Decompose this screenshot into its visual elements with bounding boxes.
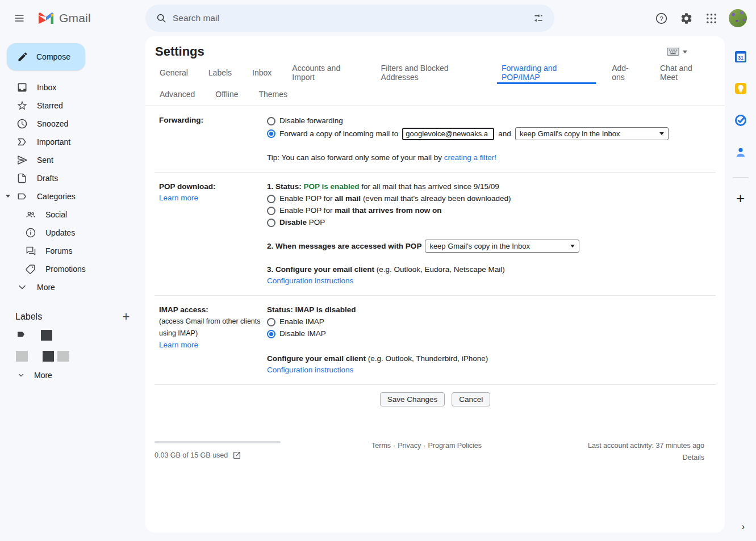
create-label-icon[interactable]: + [119,310,133,324]
sidebar-item-categories[interactable]: Categories [0,187,145,206]
disable-forwarding-option[interactable]: Disable forwarding [267,115,716,127]
footer-links: Terms·Privacy·Program Policies [296,441,557,462]
get-add-ons-icon[interactable]: + [729,187,752,209]
forward-copy-option[interactable]: Forward a copy of incoming mail to and k… [267,127,716,140]
forward-action-dropdown[interactable]: keep Gmail's copy in the Inbox [515,127,669,140]
tab-themes[interactable]: Themes [254,84,293,106]
compose-label: Compose [36,52,70,61]
pop-step3-suffix: (e.g. Outlook, Eudora, Netscape Mail) [377,265,505,274]
tab-general[interactable]: General [155,62,193,84]
pop-action-value: keep Gmail's copy in the Inbox [429,241,530,252]
separator: · [393,442,395,450]
help-icon[interactable]: ? [651,9,671,28]
header-left: Gmail [0,7,145,30]
tab-chat-and-meet[interactable]: Chat and Meet [655,62,713,84]
tab-offline[interactable]: Offline [211,84,243,106]
pop-all-mail-option[interactable]: Enable POP for all mail (even mail that'… [267,193,716,204]
cancel-button[interactable]: Cancel [452,392,490,406]
storage-progress-bar [154,441,281,443]
disable-imap-option[interactable]: Disable IMAP [267,328,716,339]
privacy-link[interactable]: Privacy [398,442,421,450]
label-item[interactable] [0,325,145,346]
important-icon [16,136,28,148]
radio-checked-icon[interactable] [267,330,275,338]
sidebar-item-important[interactable]: Important [0,133,145,151]
keyboard-icon [667,47,679,56]
terms-link[interactable]: Terms [371,442,391,450]
forum-icon [25,245,36,257]
creating-filter-link[interactable]: creating a filter! [444,153,496,162]
open-in-new-icon[interactable] [232,451,241,460]
sidebar-item-label: Categories [37,192,76,201]
star-icon [16,100,28,111]
settings-panel: Settings GeneralLabelsInboxAccounts and … [145,36,725,532]
redacted-label-name [57,351,69,362]
save-changes-button[interactable]: Save Changes [380,392,445,406]
tab-accounts-and-import[interactable]: Accounts and Import [287,62,365,84]
enable-imap-option[interactable]: Enable IMAP [267,316,716,328]
sidebar-item-label: Drafts [37,174,58,183]
tasks-icon[interactable] [729,109,752,132]
radio-unchecked-icon[interactable] [267,207,275,215]
sidebar-item-updates[interactable]: Updates [0,224,145,242]
tab-filters-and-blocked-addresses[interactable]: Filters and Blocked Addresses [377,62,486,84]
main-menu-icon[interactable] [8,7,31,30]
sidebar-item-snoozed[interactable]: Snoozed [0,115,145,133]
sidebar-item-social[interactable]: Social [0,206,145,224]
radio-checked-icon[interactable] [267,129,275,138]
tab-inbox[interactable]: Inbox [248,62,276,84]
chevron-down-icon [17,371,25,379]
last-activity-text: Last account activity: 37 minutes ago [557,442,704,450]
sidebar-item-starred[interactable]: Starred [0,97,145,115]
sidebar-item-inbox[interactable]: Inbox [0,78,145,97]
tab-advanced[interactable]: Advanced [155,84,199,106]
imap-status: Status: IMAP is disabled [267,305,356,314]
info-icon [25,227,36,238]
gmail-logo[interactable]: Gmail [34,11,91,25]
activity-details-link[interactable]: Details [557,454,704,462]
pop-disable-option[interactable]: Disable POP [267,217,716,228]
pop-learn-more-link[interactable]: Learn more [159,194,198,202]
radio-unchecked-icon[interactable] [267,318,275,326]
tab-forwarding-and-pop-imap[interactable]: Forwarding and POP/IMAP [497,62,596,84]
tab-labels[interactable]: Labels [204,62,236,84]
settings-tabs: GeneralLabelsInboxAccounts and ImportFil… [145,61,725,106]
sidebar-item-promotions[interactable]: Promotions [0,260,145,278]
imap-config-instructions-link[interactable]: Configuration instructions [267,366,353,374]
pop-action-dropdown[interactable]: keep Gmail's copy in the Inbox [425,240,579,253]
calendar-icon[interactable]: 31 [729,45,752,68]
settings-gear-icon[interactable] [676,9,696,28]
keep-icon[interactable] [729,77,752,100]
search-input[interactable] [173,13,527,23]
tab-add-ons[interactable]: Add-ons [607,62,644,84]
program-policies-link[interactable]: Program Policies [428,442,481,450]
google-apps-icon[interactable] [701,9,721,28]
radio-unchecked-icon[interactable] [267,219,275,227]
chevron-down-icon [16,282,28,293]
pop-config-instructions-link[interactable]: Configuration instructions [267,276,353,285]
radio-unchecked-icon[interactable] [267,195,275,203]
svg-text:?: ? [659,15,663,22]
radio-unchecked-icon[interactable] [267,117,275,125]
labels-more[interactable]: More [0,367,145,384]
account-avatar[interactable] [729,9,747,27]
label-item[interactable] [0,346,145,367]
search-options-icon[interactable] [527,7,550,30]
imap-learn-more-link[interactable]: Learn more [159,341,198,349]
pop-download-label: POP download: [159,181,267,192]
sidebar-item-more[interactable]: More [0,278,145,296]
search-icon[interactable] [150,7,173,30]
expand-caret-icon[interactable] [6,195,10,198]
send-icon [16,154,28,166]
sidebar-item-forums[interactable]: Forums [0,242,145,260]
sidebar-item-sent[interactable]: Sent [0,151,145,169]
input-tools-toggle[interactable] [667,47,711,56]
sidebar-item-drafts[interactable]: Drafts [0,169,145,187]
label-tag-icon [16,329,26,342]
show-side-panel-icon[interactable]: › [742,522,745,532]
inbox-icon [16,82,28,93]
pop-from-now-option[interactable]: Enable POP for mail that arrives from no… [267,205,716,216]
compose-button[interactable]: Compose [7,43,85,70]
contacts-icon[interactable] [729,141,752,163]
forwarding-email-input[interactable] [402,128,494,140]
